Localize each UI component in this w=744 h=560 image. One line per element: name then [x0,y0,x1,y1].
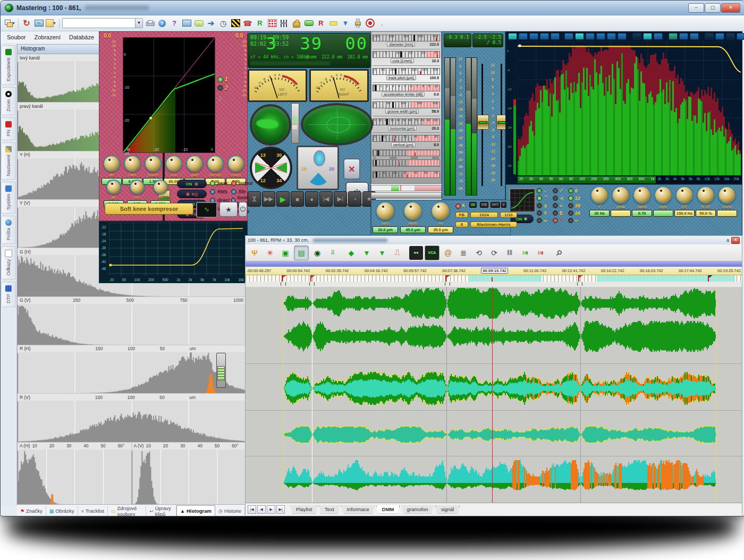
marker-flag[interactable] [282,275,283,282]
tab-histogram[interactable]: ▲Histogram [176,505,215,516]
window-fn-button[interactable]: Blackman-Harris [470,222,517,227]
waveform-left[interactable] [283,288,716,319]
cuts-ruler[interactable]: 0 5 10 15 20 25 cuts [1/mm]10.3 [373,49,440,66]
auto-badge[interactable]: a [726,237,729,243]
waveform-vertical[interactable] [283,420,716,449]
lock-icon[interactable] [291,18,302,29]
attack-knob[interactable] [106,180,121,194]
marker-flag[interactable] [578,275,579,282]
on-switch[interactable]: ON [177,180,207,188]
eq-pct-ee-knob[interactable] [697,186,715,204]
rms-led[interactable] [210,189,215,194]
num-button[interactable]: 8 [455,222,468,227]
menu-zobrazeni[interactable]: Zobrazení [34,34,61,40]
preset-button[interactable]: Soft knee kompresor [105,203,193,215]
monitor-wave-icon[interactable]: ∿ [33,18,44,29]
faders-icon[interactable] [279,18,290,29]
db-scale-icon[interactable] [508,33,517,40]
slope-24[interactable]: 24 [568,209,580,216]
diamond-filter-icon[interactable]: ◆ [344,246,358,260]
lookahead-knob[interactable] [153,180,168,194]
tab-znacky[interactable]: ⚑Značky [17,506,46,516]
dry-wet-knob[interactable] [165,155,182,172]
clip-marker[interactable] [445,282,450,286]
save-icon[interactable]: ▣ [278,246,292,260]
toolbar-overflow[interactable]: . [377,18,387,29]
red-matrix-icon[interactable] [267,18,277,29]
waveform-lateral[interactable] [283,372,716,405]
shape-x[interactable]: ⤬ [553,217,564,224]
tab-playlist[interactable]: Playlist [290,505,318,514]
screen-icon[interactable] [181,18,192,29]
pad-icon[interactable]: ●● [409,246,423,260]
funnel-down-icon[interactable]: ▼ [375,246,389,260]
split-y-icon[interactable]: Ψ [248,246,261,260]
tab-tracklist[interactable]: ≡Tracklist [78,506,108,516]
tab-dmm[interactable]: DMM [376,505,400,514]
snail-icon[interactable]: @ [441,246,455,260]
record-ready-R[interactable]: R [255,18,265,29]
f-button[interactable]: F [501,202,506,208]
faders-icon[interactable]: ⫼⫼ [503,246,517,260]
marker-flag[interactable] [445,275,446,282]
table-icon[interactable]: ▼ [46,18,56,29]
shape-notch[interactable]: ≺ [553,194,564,201]
updown-arrow-icon[interactable]: ↕ [218,94,222,102]
close-button[interactable]: ✕ [721,3,740,13]
fb-button[interactable]: FB [455,212,468,218]
eq-ee-knob[interactable] [675,186,694,204]
funnel-icon[interactable]: ▼ [340,18,351,29]
power-button[interactable]: ⏻ [239,202,247,217]
gain-fader-right[interactable] [501,64,502,186]
send-arrow-icon[interactable]: ➔ [206,18,216,29]
eject-button[interactable]: ✕ [343,158,360,180]
play-button[interactable]: ▶ [276,191,290,207]
peak-led[interactable] [210,181,215,186]
acceleration-limiter-ruler[interactable]: 0 1 2 3 4 5 6 7 8 9 10 acceleration limi… [373,83,440,100]
shape-curve[interactable]: ⌣ [568,217,580,224]
gain-fader-left[interactable] [481,64,483,186]
vertical-ruler[interactable]: 0 10 20 30 40 50 60 vertical [µm]8.0 [373,133,440,150]
arrow-icon[interactable] [715,33,724,40]
lower-mini-slider[interactable] [216,353,226,388]
output-led[interactable] [231,181,236,186]
fft-button[interactable]: FFT [491,202,500,208]
window-layout-icon[interactable]: ▼ [5,18,15,29]
comment-bubble-icon[interactable] [193,18,204,29]
db-knob[interactable] [103,155,120,172]
side-1-icon[interactable] [596,33,605,40]
dots-green-icon[interactable]: ⁞⇉ [518,246,532,260]
clip-marker[interactable] [309,282,315,286]
lines-2-icon[interactable] [679,33,688,40]
fast-forward-button[interactable]: ▶▶ [262,191,275,207]
eq-taps-knob[interactable] [654,186,672,204]
vca-icon[interactable]: VCA [425,245,439,260]
rel-knob[interactable] [431,201,450,220]
bars-icon[interactable]: ⫶⫶ [326,246,340,260]
sidebar-tab-zoom[interactable]: Zoom [1,87,16,115]
menu-soubor[interactable]: Soubor [7,34,26,40]
disc-icon[interactable]: ◉ [310,246,324,260]
gate-knob[interactable] [186,155,203,172]
record-dot-icon[interactable] [365,18,375,29]
stack-icon[interactable]: ≣ [456,246,470,260]
nav-prev[interactable]: ◀ [257,505,266,514]
curve-icon[interactable] [551,33,560,40]
loop-a-icon[interactable]: ⟲ [472,246,486,260]
speed-button[interactable]: ◔ [348,191,361,207]
scope-display-button[interactable]: ∿ [196,202,217,218]
refresh-icon[interactable]: ↻ [21,18,32,29]
tab-zdrojove-soubory[interactable]: ▭Zdrojové soubory [108,506,146,516]
marker-icon[interactable] [328,18,339,29]
diameter-ruler[interactable]: 100 150 200 250 300 diameter [mm]222.0 [373,32,440,49]
notch-icon[interactable] [540,33,549,40]
block-dark-icon[interactable] [632,33,641,40]
shape-y[interactable]: Y [537,209,548,216]
stop-button[interactable]: ■ [291,191,304,207]
shape-band[interactable]: ⌁ [553,202,564,209]
left-channel-icon[interactable] [564,33,573,40]
shape-inf[interactable]: ∞ [537,217,548,224]
release-knob[interactable] [130,180,145,194]
next-button[interactable]: ▶| [334,191,347,207]
average-icon[interactable] [618,33,627,40]
